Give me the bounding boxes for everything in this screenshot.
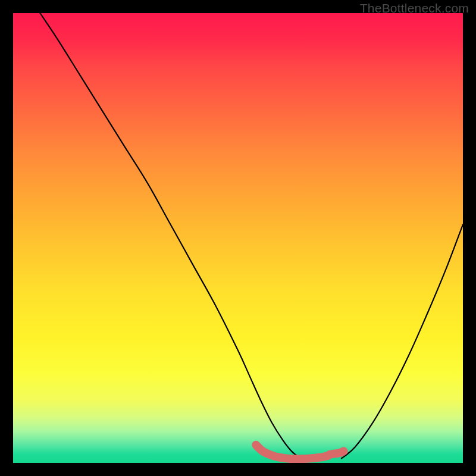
- plot-area: [13, 13, 463, 463]
- curves-svg: [13, 13, 463, 463]
- right-curve: [342, 224, 463, 458]
- left-curve: [40, 13, 300, 458]
- bottom-marker: [256, 445, 343, 459]
- chart-container: TheBottleneck.com: [0, 0, 476, 476]
